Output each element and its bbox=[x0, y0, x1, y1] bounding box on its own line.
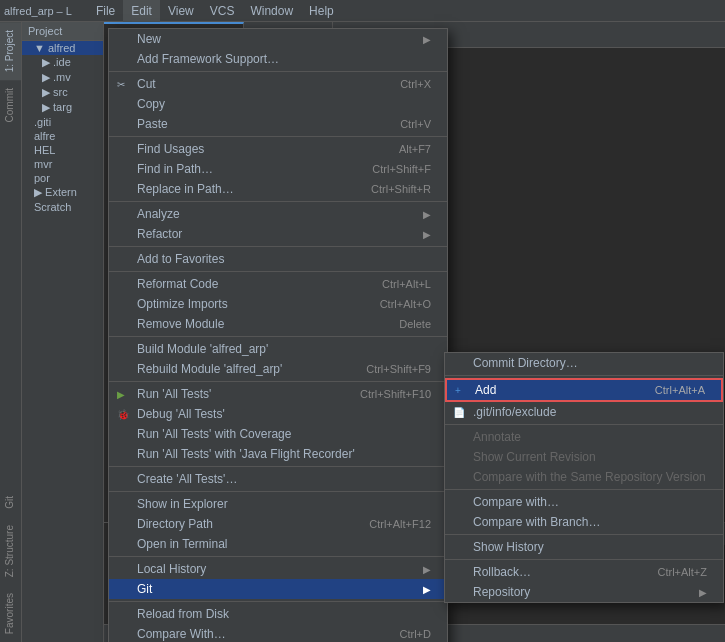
sidebar-item-project[interactable]: 1: Project bbox=[0, 22, 21, 80]
ctx-cut[interactable]: ✂ Cut Ctrl+X bbox=[109, 74, 447, 94]
tree-item-hel[interactable]: HEL bbox=[22, 143, 103, 157]
add-icon: + bbox=[455, 385, 461, 396]
separator-9 bbox=[109, 491, 447, 492]
left-sidebar: 1: Project Commit Git Z: Structure Favor… bbox=[0, 22, 22, 642]
git-sep-2 bbox=[445, 424, 723, 425]
sidebar-item-commit[interactable]: Commit bbox=[0, 80, 21, 130]
ctx-open-terminal[interactable]: Open in Terminal bbox=[109, 534, 447, 554]
ctx-find-path[interactable]: Find in Path… Ctrl+Shift+F bbox=[109, 159, 447, 179]
tree-item-por[interactable]: por bbox=[22, 171, 103, 185]
git-submenu: Commit Directory… + Add Ctrl+Alt+A 📄 .gi… bbox=[444, 352, 724, 603]
tree-item-giti[interactable]: .giti bbox=[22, 115, 103, 129]
ctx-rebuild-module[interactable]: Rebuild Module 'alfred_arp' Ctrl+Shift+F… bbox=[109, 359, 447, 379]
menu-vcs[interactable]: VCS bbox=[202, 0, 243, 22]
context-menu: New ▶ Add Framework Support… ✂ Cut Ctrl+… bbox=[108, 28, 448, 642]
separator-6 bbox=[109, 336, 447, 337]
run-icon: ▶ bbox=[117, 389, 125, 400]
project-panel-header: Project bbox=[22, 22, 103, 41]
ctx-remove-module[interactable]: Remove Module Delete bbox=[109, 314, 447, 334]
separator-3 bbox=[109, 201, 447, 202]
ctx-compare-branch[interactable]: Compare with Branch… bbox=[445, 512, 723, 532]
file-icon: 📄 bbox=[453, 407, 465, 418]
ctx-repository[interactable]: Repository ▶ bbox=[445, 582, 723, 602]
separator-2 bbox=[109, 136, 447, 137]
ctx-add[interactable]: + Add Ctrl+Alt+A bbox=[445, 378, 723, 402]
ctx-replace-path[interactable]: Replace in Path… Ctrl+Shift+R bbox=[109, 179, 447, 199]
ctx-annotate: Annotate bbox=[445, 427, 723, 447]
separator-1 bbox=[109, 71, 447, 72]
ctx-show-history[interactable]: Show History bbox=[445, 537, 723, 557]
separator-10 bbox=[109, 556, 447, 557]
sidebar-item-structure[interactable]: Z: Structure bbox=[0, 517, 21, 585]
arrow-repo-icon: ▶ bbox=[699, 587, 707, 598]
ctx-show-explorer[interactable]: Show in Explorer bbox=[109, 494, 447, 514]
separator-8 bbox=[109, 466, 447, 467]
project-panel: Project ▼ alfred ▶ .ide ▶ .mv ▶ src ▶ ta… bbox=[22, 22, 104, 642]
scissors-icon: ✂ bbox=[117, 79, 125, 90]
arrow-icon-2: ▶ bbox=[423, 209, 431, 220]
git-sep-4 bbox=[445, 534, 723, 535]
ctx-debug-tests[interactable]: 🐞 Debug 'All Tests' bbox=[109, 404, 447, 424]
debug-icon: 🐞 bbox=[117, 409, 129, 420]
sidebar-item-favorites[interactable]: Favorites bbox=[0, 585, 21, 642]
tree-item-mvr[interactable]: mvr bbox=[22, 157, 103, 171]
ctx-run-tests[interactable]: ▶ Run 'All Tests' Ctrl+Shift+F10 bbox=[109, 384, 447, 404]
ctx-add-favorites[interactable]: Add to Favorites bbox=[109, 249, 447, 269]
separator-7 bbox=[109, 381, 447, 382]
ctx-copy[interactable]: Copy bbox=[109, 94, 447, 114]
ctx-rollback[interactable]: Rollback… Ctrl+Alt+Z bbox=[445, 562, 723, 582]
tree-item-extern[interactable]: ▶ Extern bbox=[22, 185, 103, 200]
ctx-find-usages[interactable]: Find Usages Alt+F7 bbox=[109, 139, 447, 159]
tree-item-src[interactable]: ▶ src bbox=[22, 85, 103, 100]
ctx-show-revision: Show Current Revision bbox=[445, 447, 723, 467]
ctx-paste[interactable]: Paste Ctrl+V bbox=[109, 114, 447, 134]
ctx-build-module[interactable]: Build Module 'alfred_arp' bbox=[109, 339, 447, 359]
menu-window[interactable]: Window bbox=[242, 0, 301, 22]
tree-item-alfre[interactable]: alfre bbox=[22, 129, 103, 143]
tree-item-mv[interactable]: ▶ .mv bbox=[22, 70, 103, 85]
menu-edit[interactable]: Edit bbox=[123, 0, 160, 22]
tree-item-ide[interactable]: ▶ .ide bbox=[22, 55, 103, 70]
git-sep-5 bbox=[445, 559, 723, 560]
separator-5 bbox=[109, 271, 447, 272]
arrow-icon-5: ▶ bbox=[423, 584, 431, 595]
menu-help[interactable]: Help bbox=[301, 0, 342, 22]
ctx-compare-with[interactable]: Compare With… Ctrl+D bbox=[109, 624, 447, 642]
ctx-run-coverage[interactable]: Run 'All Tests' with Coverage bbox=[109, 424, 447, 444]
ctx-refactor[interactable]: Refactor ▶ bbox=[109, 224, 447, 244]
ctx-reformat[interactable]: Reformat Code Ctrl+Alt+L bbox=[109, 274, 447, 294]
ctx-local-history[interactable]: Local History ▶ bbox=[109, 559, 447, 579]
tree-item-alfred[interactable]: ▼ alfred bbox=[22, 41, 103, 55]
sidebar-item-git[interactable]: Git bbox=[0, 488, 21, 517]
ctx-optimize[interactable]: Optimize Imports Ctrl+Alt+O bbox=[109, 294, 447, 314]
ctx-compare-with-git[interactable]: Compare with… bbox=[445, 492, 723, 512]
menu-view[interactable]: View bbox=[160, 0, 202, 22]
ctx-directory-path[interactable]: Directory Path Ctrl+Alt+F12 bbox=[109, 514, 447, 534]
ide-window: alfred_arp – L File Edit View VCS Window… bbox=[0, 0, 725, 642]
separator-11 bbox=[109, 601, 447, 602]
git-sep-1 bbox=[445, 375, 723, 376]
top-menubar: alfred_arp – L File Edit View VCS Window… bbox=[0, 0, 725, 22]
tree-item-scratch[interactable]: Scratch bbox=[22, 200, 103, 214]
separator-4 bbox=[109, 246, 447, 247]
ctx-analyze[interactable]: Analyze ▶ bbox=[109, 204, 447, 224]
ctx-run-jfr[interactable]: Run 'All Tests' with 'Java Flight Record… bbox=[109, 444, 447, 464]
git-sep-3 bbox=[445, 489, 723, 490]
tree-item-targ[interactable]: ▶ targ bbox=[22, 100, 103, 115]
ctx-add-framework[interactable]: Add Framework Support… bbox=[109, 49, 447, 69]
arrow-icon-3: ▶ bbox=[423, 229, 431, 240]
arrow-icon: ▶ bbox=[423, 34, 431, 45]
ctx-reload-disk[interactable]: Reload from Disk bbox=[109, 604, 447, 624]
ctx-new[interactable]: New ▶ bbox=[109, 29, 447, 49]
ctx-create-tests[interactable]: Create 'All Tests'… bbox=[109, 469, 447, 489]
arrow-icon-4: ▶ bbox=[423, 564, 431, 575]
menu-file[interactable]: File bbox=[88, 0, 123, 22]
ctx-commit-dir[interactable]: Commit Directory… bbox=[445, 353, 723, 373]
ctx-compare-same-repo: Compare with the Same Repository Version bbox=[445, 467, 723, 487]
ctx-git[interactable]: Git ▶ bbox=[109, 579, 447, 599]
window-title: alfred_arp – L bbox=[4, 5, 72, 17]
ctx-git-exclude[interactable]: 📄 .git/info/exclude bbox=[445, 402, 723, 422]
